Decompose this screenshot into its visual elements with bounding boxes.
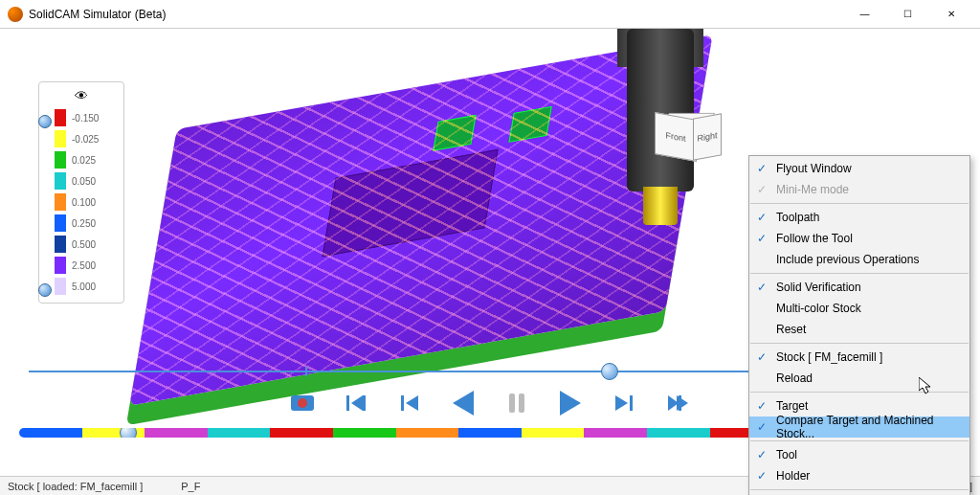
record-button[interactable] xyxy=(284,385,321,421)
pocket-feature xyxy=(322,149,498,257)
colorbar-segment[interactable] xyxy=(208,428,271,438)
app-icon xyxy=(8,7,23,22)
simulation-scene[interactable] xyxy=(115,38,727,393)
svg-rect-12 xyxy=(630,395,633,411)
check-icon: ✓ xyxy=(757,399,767,413)
menu-item[interactable]: ✓Tool xyxy=(749,444,969,465)
legend-value: -0.025 xyxy=(72,134,99,145)
view-cube-right[interactable]: Right xyxy=(693,113,722,160)
close-button[interactable]: ✕ xyxy=(929,0,972,29)
svg-marker-11 xyxy=(615,395,628,411)
colorbar-segment[interactable] xyxy=(584,428,647,438)
colorbar-segment[interactable] xyxy=(647,428,710,438)
legend-row: 0.025 xyxy=(43,149,120,170)
maximize-button[interactable]: ☐ xyxy=(886,0,929,29)
legend-row: 0.250 xyxy=(43,213,120,234)
view-cube[interactable]: Top Front Right xyxy=(655,101,712,158)
colorbar-segment[interactable] xyxy=(19,428,82,438)
menu-separator xyxy=(750,203,969,204)
step-back-button[interactable] xyxy=(391,385,428,421)
legend-row: -0.150 xyxy=(43,107,120,128)
menu-item[interactable]: ✓Holder xyxy=(749,465,969,486)
colorbar-segment[interactable] xyxy=(333,428,396,438)
legend-swatch xyxy=(55,257,66,274)
colorbar-segment[interactable] xyxy=(396,428,459,438)
check-icon: ✓ xyxy=(757,448,767,461)
colorbar-thumb[interactable] xyxy=(120,428,137,438)
svg-marker-3 xyxy=(351,395,363,411)
svg-marker-7 xyxy=(453,391,474,416)
svg-point-1 xyxy=(298,398,307,408)
pad-feature xyxy=(433,115,476,151)
legend-value: -0.150 xyxy=(72,113,99,124)
pad-feature xyxy=(508,106,551,143)
menu-item[interactable]: ✓Solid Verification xyxy=(749,277,969,298)
menu-item[interactable]: Reset xyxy=(749,319,969,340)
menu-separator xyxy=(750,273,969,274)
status-stock: Stock [ loaded: FM_facemill ] xyxy=(8,481,143,492)
play-reverse-button[interactable] xyxy=(445,385,481,421)
legend-row: 0.050 xyxy=(43,170,120,191)
title-bar: SolidCAM Simulator (Beta) — ☐ ✕ xyxy=(0,0,980,29)
menu-item-label: Solid Verification xyxy=(776,281,861,294)
legend-row: 0.500 xyxy=(43,234,120,255)
menu-separator xyxy=(750,440,969,441)
menu-item[interactable]: Multi-color Stock xyxy=(749,298,969,319)
menu-item-label: Toolpath xyxy=(776,211,819,224)
menu-item-label: Mini-Me mode xyxy=(776,183,849,196)
check-icon: ✓ xyxy=(757,162,767,175)
play-button[interactable] xyxy=(552,385,589,421)
legend-row: -0.025 xyxy=(43,128,120,149)
menu-item[interactable]: ✓Follow the Tool xyxy=(749,228,969,249)
menu-item-label: Reset xyxy=(776,323,806,336)
menu-item-label: Follow the Tool xyxy=(776,232,853,245)
menu-item[interactable]: Include previous Operations xyxy=(749,249,969,270)
step-forward-button[interactable] xyxy=(606,385,642,421)
menu-item-label: Stock [ FM_facemill ] xyxy=(776,350,882,364)
colorbar-segment[interactable] xyxy=(145,428,208,438)
menu-item[interactable]: ✓Toolpath xyxy=(749,207,969,228)
menu-item-label: Tool xyxy=(776,448,797,461)
colorbar-segment[interactable] xyxy=(270,428,333,438)
legend-swatch xyxy=(55,193,66,211)
check-icon: ✓ xyxy=(757,281,767,294)
colorbar-segment[interactable] xyxy=(522,428,585,438)
menu-separator xyxy=(750,392,969,393)
menu-item-label: Include previous Operations xyxy=(776,253,919,266)
svg-rect-2 xyxy=(346,395,349,411)
legend-value: 0.100 xyxy=(72,197,96,208)
legend-slider-top[interactable] xyxy=(38,115,52,128)
minimize-button[interactable]: — xyxy=(843,0,886,29)
legend-swatch xyxy=(55,278,66,295)
legend-slider-bottom[interactable] xyxy=(38,283,52,297)
menu-item[interactable]: ✓Compare Target and Machined Stock... xyxy=(749,416,969,438)
menu-item[interactable]: Reload xyxy=(749,368,969,389)
seek-thumb[interactable] xyxy=(601,363,618,380)
legend-row: 0.100 xyxy=(43,191,120,213)
legend-value: 0.500 xyxy=(72,239,96,250)
check-icon: ✓ xyxy=(757,420,767,434)
menu-item-label: Multi-color Stock xyxy=(776,302,861,315)
visibility-icon[interactable]: 👁 xyxy=(43,88,120,103)
legend-row: 5.000 xyxy=(43,276,120,297)
window-title: SolidCAM Simulator (Beta) xyxy=(29,8,843,21)
colorbar-segment[interactable] xyxy=(458,428,522,438)
color-legend[interactable]: 👁 -0.150-0.0250.0250.0500.1000.2500.5002… xyxy=(38,81,124,304)
menu-separator xyxy=(750,343,969,344)
menu-item[interactable]: ✓Stock [ FM_facemill ] xyxy=(749,347,969,368)
skip-end-button[interactable] xyxy=(659,385,696,421)
legend-swatch xyxy=(55,172,66,190)
check-icon: ✓ xyxy=(757,183,767,196)
legend-swatch xyxy=(55,151,66,169)
pause-button[interactable] xyxy=(499,385,535,421)
legend-value: 5.000 xyxy=(72,281,96,292)
legend-swatch xyxy=(55,109,66,126)
context-menu: ✓Flyout Window✓Mini-Me mode✓Toolpath✓Fol… xyxy=(748,155,970,495)
menu-item-label: Target xyxy=(776,399,808,413)
svg-marker-15 xyxy=(677,395,688,411)
legend-value: 2.500 xyxy=(72,260,96,271)
svg-marker-6 xyxy=(406,395,418,411)
view-cube-front[interactable]: Front xyxy=(655,112,697,162)
menu-item[interactable]: ✓Flyout Window xyxy=(749,158,969,179)
skip-start-button[interactable] xyxy=(338,385,374,421)
